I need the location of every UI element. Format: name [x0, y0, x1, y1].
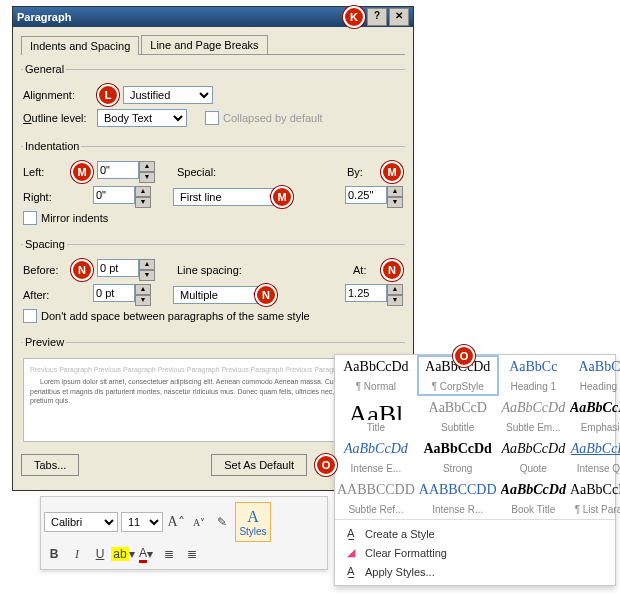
marker-m3: M [381, 161, 403, 183]
by-label: By: [347, 166, 377, 178]
left-spinner[interactable]: ▲▼ [97, 161, 155, 183]
alignment-select[interactable]: Justified [123, 86, 213, 104]
nodouble-checkbox[interactable]: Don't add space between paragraphs of th… [23, 309, 310, 323]
by-spinner[interactable]: ▲▼ [345, 186, 403, 208]
create-style-icon: A̲ [343, 527, 359, 540]
bullets-button[interactable]: ≣ [159, 544, 179, 564]
marker-o2: O [453, 345, 475, 367]
tab-line-page-breaks[interactable]: Line and Page Breaks [141, 35, 267, 54]
help-button[interactable]: ? [367, 8, 387, 26]
style-tile-4[interactable]: AaBlTitle [335, 396, 417, 437]
up-icon[interactable]: ▲ [139, 161, 155, 172]
legend-preview: Preview [23, 336, 66, 348]
underline-button[interactable]: U [90, 544, 110, 564]
at-spinner[interactable]: ▲▼ [345, 284, 403, 306]
font-select[interactable]: Calibri [44, 512, 118, 532]
style-tile-14[interactable]: AaBbCcDdBook Title [499, 478, 568, 519]
mini-toolbar: Calibri 11 A˄ A˅ ✎ A Styles B I U ab▾ A▾… [40, 496, 328, 570]
clear-formatting-menuitem[interactable]: ◢Clear Formatting [335, 543, 615, 562]
outline-select[interactable]: Body Text [97, 109, 187, 127]
marker-o1: O [315, 454, 337, 476]
apply-styles-menuitem[interactable]: A̲Apply Styles... [335, 562, 615, 581]
alignment-label: Alignment: [23, 89, 93, 101]
style-tile-13[interactable]: AABBCCDDIntense R... [417, 478, 499, 519]
right-label: Right: [23, 191, 67, 203]
style-tile-8[interactable]: AaBbCcDdIntense E... [335, 437, 417, 478]
italic-button[interactable]: I [67, 544, 87, 564]
font-color-button[interactable]: A▾ [136, 544, 156, 564]
mirror-checkbox[interactable]: Mirror indents [23, 211, 108, 225]
style-tile-7[interactable]: AaBbCcDdEmphasis [568, 396, 620, 437]
highlight-button[interactable]: ab▾ [113, 544, 133, 564]
marker-m2: M [271, 186, 293, 208]
group-spacing: Spacing Before: N ▲▼ Line spacing: At: N… [21, 238, 405, 328]
style-tile-12[interactable]: AABBCCDDSubtle Ref... [335, 478, 417, 519]
legend-spacing: Spacing [23, 238, 67, 250]
marker-n2: N [255, 284, 277, 306]
tabs-button[interactable]: Tabs... [21, 454, 79, 476]
style-tile-15[interactable]: AaBbCcDd¶ List Para... [568, 478, 620, 519]
style-tile-11[interactable]: AaBbCcDdIntense Q... [568, 437, 620, 478]
styles-icon: A [247, 508, 259, 526]
after-label: After: [23, 289, 67, 301]
style-tile-2[interactable]: AaBbCcHeading 1 [499, 355, 568, 396]
legend-indentation: Indentation [23, 140, 81, 152]
format-painter-button[interactable]: ✎ [212, 512, 232, 532]
special-label: Special: [177, 166, 237, 178]
set-default-button[interactable]: Set As Default [211, 454, 307, 476]
linespacing-label: Line spacing: [177, 264, 257, 276]
marker-n3: N [381, 259, 403, 281]
collapsed-checkbox: Collapsed by default [205, 111, 323, 125]
before-label: Before: [23, 264, 67, 276]
numbering-button[interactable]: ≣ [182, 544, 202, 564]
group-general: General Alignment: L Justified Outline l… [21, 63, 405, 132]
marker-m1: M [71, 161, 93, 183]
marker-l: L [97, 84, 119, 106]
style-tile-3[interactable]: AaBbCcHeading 2 [568, 355, 620, 396]
close-button[interactable]: ✕ [389, 8, 409, 26]
after-spinner[interactable]: ▲▼ [93, 284, 151, 306]
special-select[interactable]: First line [173, 188, 283, 206]
style-tile-5[interactable]: AaBbCcDSubtitle [417, 396, 499, 437]
tab-indents-spacing[interactable]: Indents and Spacing [21, 36, 139, 55]
style-tile-6[interactable]: AaBbCcDdSubtle Em... [499, 396, 568, 437]
styles-button[interactable]: A Styles [235, 502, 271, 542]
tabstrip: Indents and Spacing Line and Page Breaks [21, 35, 405, 55]
linespacing-select[interactable]: Multiple [173, 286, 267, 304]
marker-n1: N [71, 259, 93, 281]
size-select[interactable]: 11 [121, 512, 163, 532]
styles-gallery: O AaBbCcDd¶ NormalAaBbCcDd¶ CorpStyleAaB… [334, 354, 616, 586]
group-indentation: Indentation Left: M ▲▼ Special: By: M Ri… [21, 140, 405, 230]
outline-label: Outline level: [23, 112, 93, 124]
titlebar[interactable]: Paragraph K ? ✕ [13, 7, 413, 27]
marker-k: K [343, 6, 365, 28]
down-icon[interactable]: ▼ [139, 172, 155, 183]
dialog-title: Paragraph [17, 7, 343, 27]
create-style-menuitem[interactable]: A̲Create a Style [335, 524, 615, 543]
bold-button[interactable]: B [44, 544, 64, 564]
grow-font-button[interactable]: A˄ [166, 512, 186, 532]
style-tile-9[interactable]: AaBbCcDdStrong [417, 437, 499, 478]
at-label: At: [353, 264, 377, 276]
legend-general: General [23, 63, 66, 75]
apply-styles-icon: A̲ [343, 565, 359, 578]
eraser-icon: ◢ [343, 546, 359, 559]
before-spinner[interactable]: ▲▼ [97, 259, 155, 281]
right-spinner[interactable]: ▲▼ [93, 186, 151, 208]
shrink-font-button[interactable]: A˅ [189, 512, 209, 532]
style-tile-10[interactable]: AaBbCcDdQuote [499, 437, 568, 478]
style-tile-0[interactable]: AaBbCcDd¶ Normal [335, 355, 417, 396]
left-label: Left: [23, 166, 67, 178]
